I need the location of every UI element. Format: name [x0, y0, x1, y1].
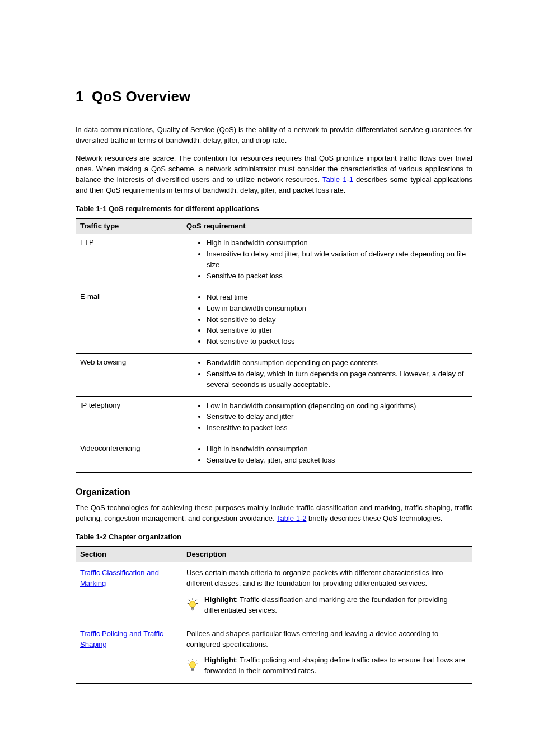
svg-line-1 [189, 600, 190, 601]
svg-rect-15 [191, 670, 194, 671]
highlight-text-0: Highlight: Traffic classification and ma… [204, 595, 468, 616]
section-cell-0: Traffic Classification and Marking [76, 562, 182, 623]
table-1: Traffic type QoS requirement FTP High in… [76, 218, 472, 473]
table-2-caption-text: Table 1-2 Chapter organization [76, 533, 181, 541]
table-2-link[interactable]: Table 1-2 [277, 514, 306, 522]
svg-line-9 [189, 660, 190, 661]
lightbulb-icon [186, 598, 199, 613]
table-row: Web browsing Bandwidth consumption depen… [76, 354, 472, 397]
list-item: Insensitive to packet loss [207, 423, 468, 433]
chapter-heading: 1 QoS Overview [76, 86, 472, 108]
lightbulb-icon [186, 659, 199, 673]
svg-point-5 [190, 601, 196, 608]
bullet-list: Bandwidth consumption depending on page … [186, 358, 468, 390]
list-item: Sensitive to delay, jitter, and packet l… [207, 455, 468, 466]
bullet-list: High in bandwidth consumption Sensitive … [186, 444, 468, 466]
svg-rect-6 [191, 608, 194, 609]
desc-text-1: Polices and shapes particular flows ente… [186, 629, 438, 648]
page: 1 QoS Overview In data communications, Q… [0, 0, 534, 756]
organization-heading: Organization [76, 486, 472, 498]
bullet-list: Not real time Low in bandwidth consumpti… [186, 292, 468, 347]
bullet-list: High in bandwidth consumption Insensitiv… [186, 238, 468, 281]
svg-line-10 [195, 660, 196, 661]
org-para-b: briefly describes these QoS technologies… [306, 514, 442, 522]
list-item: Low in bandwidth consumption [207, 304, 468, 314]
section-link-classification[interactable]: Traffic Classification and Marking [80, 568, 177, 589]
organization-para: The QoS technologies for achieving these… [76, 503, 472, 524]
highlight-block: Highlight: Traffic policing and shaping … [186, 655, 468, 676]
table-2: Section Description Traffic Classificati… [76, 546, 472, 685]
traffic-req-3: Low in bandwidth consumption (depending … [182, 396, 472, 440]
bullet-list: Low in bandwidth consumption (depending … [186, 401, 468, 434]
list-item: High in bandwidth consumption [207, 238, 468, 249]
intro-para-1: In data communications, Quality of Servi… [76, 125, 472, 146]
desc-cell-0: Uses certain match criteria to organize … [182, 562, 472, 623]
table-row: IP telephony Low in bandwidth consumptio… [76, 396, 472, 440]
table-1-caption: Table 1-1 QoS requirements for different… [76, 204, 472, 214]
list-item: Sensitive to delay and jitter [207, 412, 468, 422]
traffic-req-2: Bandwidth consumption depending on page … [182, 354, 472, 397]
traffic-type-2: Web browsing [76, 354, 182, 397]
highlight-label: Highlight [204, 656, 236, 664]
desc-cell-1: Polices and shapes particular flows ente… [182, 623, 472, 684]
list-item: High in bandwidth consumption [207, 444, 468, 455]
svg-rect-14 [191, 668, 194, 670]
table-1-caption-text: Table 1-1 QoS requirements for different… [76, 204, 259, 213]
table-1-th-req: QoS requirement [182, 218, 472, 234]
table-2-th-section: Section [76, 547, 182, 562]
list-item: Not real time [207, 292, 468, 303]
list-item: Low in bandwidth consumption (depending … [207, 401, 468, 412]
table-2-header-row: Section Description [76, 547, 472, 562]
desc-text-0: Uses certain match criteria to organize … [186, 568, 443, 587]
highlight-body-1: : Traffic policing and shaping define tr… [204, 656, 465, 675]
table-1-header-row: Traffic type QoS requirement [76, 218, 472, 234]
highlight-body-0: : Traffic classification and marking are… [204, 595, 448, 614]
list-item: Not sensitive to jitter [207, 325, 468, 336]
table-row: Traffic Policing and Traffic Shaping Pol… [76, 623, 472, 684]
section-cell-1: Traffic Policing and Traffic Shaping [76, 623, 182, 684]
traffic-req-4: High in bandwidth consumption Sensitive … [182, 440, 472, 473]
list-item: Not sensitive to packet loss [207, 337, 468, 347]
traffic-type-4: Videoconferencing [76, 440, 182, 473]
table-1-th-type: Traffic type [76, 218, 182, 234]
svg-rect-7 [191, 609, 194, 610]
traffic-type-0: FTP [76, 234, 182, 288]
highlight-block: Highlight: Traffic classification and ma… [186, 595, 468, 616]
intro-para-2: Network resources are scarce. The conten… [76, 153, 472, 195]
list-item: Sensitive to packet loss [207, 271, 468, 282]
heading-rule [76, 109, 472, 109]
list-item: Bandwidth consumption depending on page … [207, 358, 468, 368]
table-2-caption: Table 1-2 Chapter organization [76, 532, 472, 543]
table-1-link[interactable]: Table 1-1 [322, 175, 353, 184]
svg-line-2 [195, 600, 196, 601]
table-row: Videoconferencing High in bandwidth cons… [76, 440, 472, 473]
list-item: Insensitive to delay and jitter, but wid… [207, 249, 468, 270]
traffic-type-1: E-mail [76, 288, 182, 353]
svg-point-13 [190, 662, 196, 668]
traffic-req-0: High in bandwidth consumption Insensitiv… [182, 234, 472, 288]
traffic-type-3: IP telephony [76, 396, 182, 440]
list-item: Sensitive to delay, which in turn depend… [207, 369, 468, 390]
chapter-number: 1 [76, 88, 83, 105]
section-link-policing[interactable]: Traffic Policing and Traffic Shaping [80, 629, 177, 650]
chapter-title: QoS Overview [92, 88, 190, 105]
table-row: Traffic Classification and Marking Uses … [76, 562, 472, 623]
list-item: Not sensitive to delay [207, 315, 468, 325]
table-row: FTP High in bandwidth consumption Insens… [76, 234, 472, 288]
table-row: E-mail Not real time Low in bandwidth co… [76, 288, 472, 353]
highlight-label: Highlight [204, 595, 236, 604]
traffic-req-1: Not real time Low in bandwidth consumpti… [182, 288, 472, 353]
highlight-text-1: Highlight: Traffic policing and shaping … [204, 655, 468, 676]
table-2-th-desc: Description [182, 547, 472, 562]
